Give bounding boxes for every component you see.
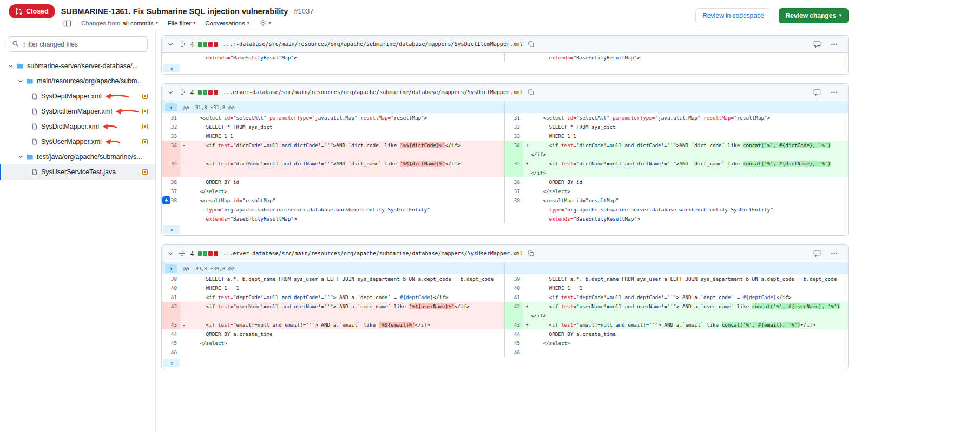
line-number[interactable]: 42 <box>505 302 523 320</box>
copy-path-button[interactable] <box>528 89 535 96</box>
expand-hunk-button[interactable]: ↑ <box>165 103 177 111</box>
diff-marker <box>523 293 531 302</box>
drag-handle-icon[interactable] <box>179 89 186 96</box>
line-number[interactable]: 46 <box>505 348 523 357</box>
tree-folder[interactable]: main/resources/org/apache/subm... <box>0 74 155 89</box>
code-line: <if test="dictName!=null and dictName!='… <box>531 159 848 177</box>
line-number[interactable] <box>505 53 523 62</box>
line-number[interactable]: 42 <box>162 302 180 320</box>
chevron-down-icon[interactable] <box>8 63 15 69</box>
line-number[interactable]: 35 <box>505 159 523 177</box>
filter-changed-files-input[interactable] <box>8 36 148 52</box>
line-number[interactable]: 43 <box>162 320 180 329</box>
file-menu-button[interactable]: ⋯ <box>831 40 838 48</box>
diff-marker <box>180 113 188 122</box>
line-number[interactable]: 36 <box>505 177 523 187</box>
diff-marker <box>523 187 531 196</box>
code-line <box>531 348 848 357</box>
file-filter-dropdown[interactable]: File filter ▾ <box>168 20 195 26</box>
diffstat-square <box>214 42 218 47</box>
line-number[interactable]: 32 <box>162 122 180 131</box>
diff-row: 40 WHERE 1 = 140 WHERE 1 = 1 <box>162 283 848 293</box>
expand-diff-button[interactable]: ↕ <box>163 359 180 367</box>
drag-handle-icon[interactable] <box>179 250 186 257</box>
tree-file[interactable]: SysDeptMapper.xml <box>0 89 155 104</box>
conversations-dropdown[interactable]: Conversations ▾ <box>205 20 249 26</box>
line-number[interactable]: 37 <box>162 187 180 196</box>
diff-marker <box>523 274 531 283</box>
copy-path-button[interactable] <box>528 250 535 257</box>
drag-handle-icon[interactable] <box>179 41 186 48</box>
collapse-file-button[interactable] <box>167 41 174 48</box>
diff-cell-new: 32 SELECT * FROM sys_dict <box>505 122 848 131</box>
collapse-file-button[interactable] <box>167 250 174 257</box>
line-number[interactable] <box>162 53 180 62</box>
diff-cell-new: 42+ <if test="userName!=null and userNam… <box>505 302 848 320</box>
diff-marker <box>180 348 188 357</box>
tree-folder[interactable]: submarine-server/server-database/... <box>0 58 155 74</box>
line-number[interactable]: 45 <box>505 339 523 348</box>
add-line-comment-button[interactable]: + <box>162 196 170 204</box>
comment-button[interactable] <box>813 250 821 257</box>
line-number[interactable]: 39 <box>505 274 523 283</box>
comment-button[interactable] <box>813 89 821 96</box>
tree-file[interactable]: SysDictMapper.xml <box>0 119 155 134</box>
diff-cell-new: 38 <resultMap id="resultMap" type="org.a… <box>505 196 848 223</box>
line-number[interactable]: 37 <box>505 187 523 196</box>
comment-button[interactable] <box>813 41 821 48</box>
tree-folder[interactable]: test/java/org/apache/submarine/s... <box>0 149 155 164</box>
line-number[interactable]: 41 <box>162 293 180 302</box>
gear-icon <box>259 19 267 27</box>
line-number[interactable]: 34 <box>505 141 523 159</box>
copy-path-button[interactable] <box>528 41 535 48</box>
expand-diff-button[interactable]: ↕ <box>163 225 180 234</box>
line-number[interactable]: 31 <box>505 113 523 122</box>
chevron-down-icon[interactable] <box>17 78 25 84</box>
diff-cell-old: 37 </select> <box>162 187 505 196</box>
line-number[interactable]: 39 <box>162 274 180 283</box>
diff-settings-dropdown[interactable]: ▾ <box>259 19 271 27</box>
tree-file[interactable]: SysUserMapper.xml <box>0 134 155 149</box>
line-number[interactable]: 40 <box>505 283 523 293</box>
diff-cell-old: 45 </select> <box>162 339 505 348</box>
line-number[interactable]: 33 <box>162 131 180 141</box>
annotation-arrow-icon <box>105 92 129 100</box>
review-in-codespace-button[interactable]: Review in codespace <box>695 8 771 23</box>
diff-row: 43- <if test="email!=null and email!=''"… <box>162 320 848 329</box>
line-number[interactable]: 35 <box>162 159 180 177</box>
line-number[interactable]: 34 <box>162 141 180 159</box>
line-number[interactable]: 44 <box>162 329 180 339</box>
expand-hunk-button[interactable]: ↑ <box>165 264 177 273</box>
chevron-down-icon[interactable] <box>17 154 25 160</box>
diff-marker <box>180 283 188 293</box>
diffstat-square <box>203 42 207 47</box>
line-number[interactable]: 32 <box>505 122 523 131</box>
changes-from-dropdown[interactable]: Changes from all commits ▾ <box>81 20 158 26</box>
file-menu-button[interactable]: ⋯ <box>831 88 838 96</box>
file-menu-button[interactable]: ⋯ <box>831 249 838 257</box>
tree-file[interactable]: SysUserServiceTest.java <box>0 164 155 180</box>
tree-file[interactable]: SysDictItemMapper.xml <box>0 104 155 119</box>
diff-cell-new: 43+ <if test="email!=null and email!=''"… <box>505 320 848 329</box>
collapse-file-button[interactable] <box>167 89 174 96</box>
line-number[interactable]: 41 <box>505 293 523 302</box>
code-line: WHERE 1=1 <box>188 131 504 141</box>
line-number[interactable]: 31 <box>162 113 180 122</box>
diff-marker <box>180 177 188 187</box>
line-number[interactable]: 46 <box>162 348 180 357</box>
line-number[interactable]: 33 <box>505 131 523 141</box>
line-number[interactable]: 40 <box>162 283 180 293</box>
line-number[interactable]: 38 <box>505 196 523 223</box>
line-number[interactable]: 43 <box>505 320 523 329</box>
line-number[interactable]: 45 <box>162 339 180 348</box>
expand-diff-button[interactable]: ↕ <box>163 64 180 72</box>
review-changes-button[interactable]: Review changes ▾ <box>779 8 849 23</box>
line-number[interactable]: 44 <box>505 329 523 339</box>
tree-item-label: SysDictItemMapper.xml <box>41 108 112 115</box>
modified-status-icon <box>142 124 148 129</box>
line-number[interactable]: 36 <box>162 177 180 187</box>
code-line: </select> <box>531 339 848 348</box>
diff-marker <box>180 122 188 131</box>
pull-request-icon <box>15 8 23 15</box>
file-tree-toggle-button[interactable] <box>63 19 71 28</box>
